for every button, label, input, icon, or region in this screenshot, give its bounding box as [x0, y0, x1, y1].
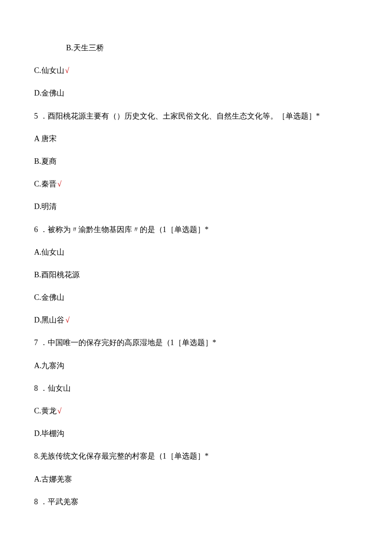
- q5-option-c-text: C.秦晋: [34, 180, 57, 188]
- check-icon: √: [66, 316, 70, 324]
- q5-option-c: C.秦晋√: [34, 179, 358, 189]
- q7-option-b: 8 ．仙女山: [34, 383, 358, 394]
- check-icon: √: [65, 66, 69, 75]
- q6-stem: 6 ．被称为〃渝黔生物基因库〃的是（1［单选题］*: [34, 224, 358, 235]
- q4-option-c-text: C.仙女山: [34, 66, 64, 75]
- q5-stem: 5 ．酉阳桃花源主要有（）历史文化、土家民俗文化、自然生态文化等。［单选题］*: [34, 111, 358, 122]
- q7-option-d: D.毕棚沟: [34, 428, 358, 439]
- q5-option-a: A 唐宋: [34, 134, 358, 144]
- q7-stem: 7 ．中国唯一的保存完好的高原湿地是（1［单选题］*: [34, 337, 358, 348]
- q5-option-d: D.明清: [34, 201, 358, 212]
- q7-option-a: A.九寨沟: [34, 360, 358, 371]
- q6-option-d-text: D.黑山谷: [34, 316, 65, 324]
- q8-stem: 8.羌族传统文化保存最完整的村寨是（1［单选题］*: [34, 451, 358, 462]
- q4-option-d: D.金佛山: [34, 88, 358, 99]
- q7-option-c: C.黄龙√: [34, 406, 358, 416]
- q4-option-c: C.仙女山√: [34, 65, 358, 76]
- q6-option-a: A.仙女山: [34, 247, 358, 258]
- check-icon: √: [58, 407, 62, 415]
- q7-option-c-text: C.黄龙: [34, 407, 57, 415]
- q8-option-b: 8 ．平武羌寨: [34, 497, 358, 507]
- q5-option-b: B.夏商: [34, 156, 358, 167]
- q8-option-a: A.古娜羌寨: [34, 474, 358, 485]
- check-icon: √: [58, 180, 62, 188]
- q6-option-d: D.黑山谷√: [34, 315, 358, 325]
- q4-option-b: B.天生三桥: [34, 43, 358, 53]
- q6-option-b: B.酉阳桃花源: [34, 270, 358, 280]
- q6-option-c: C.金佛山: [34, 292, 358, 303]
